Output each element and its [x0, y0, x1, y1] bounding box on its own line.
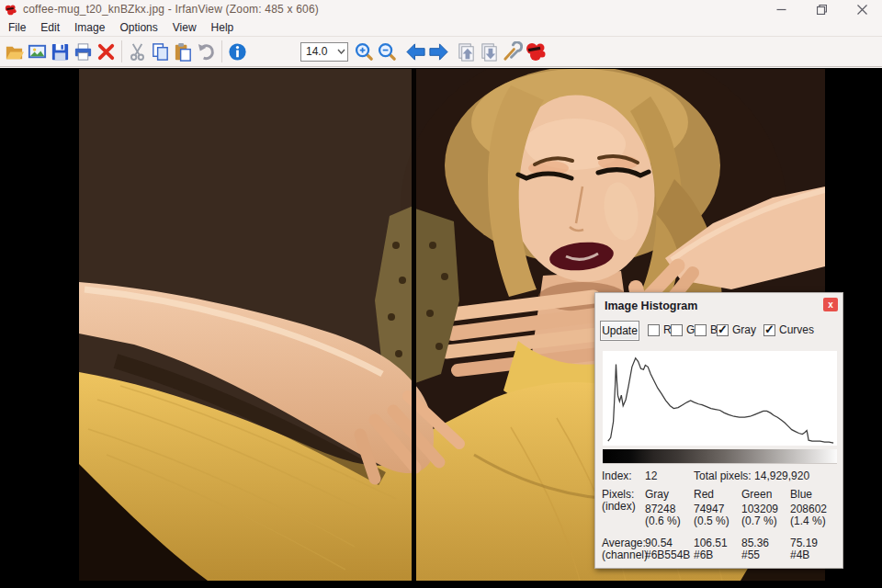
checkbox-gray[interactable]: Gray: [717, 323, 756, 336]
undo-arrow-icon: [196, 41, 217, 62]
dialog-titlebar[interactable]: Image Histogram x: [595, 293, 842, 319]
percent-green: (0.7 %): [741, 514, 777, 527]
chan-red: #6B: [694, 548, 713, 561]
next-image-button[interactable]: [427, 40, 450, 64]
page-down-button[interactable]: [478, 40, 501, 64]
zoom-out-icon: [377, 41, 398, 62]
zoom-combobox[interactable]: 14.0: [300, 42, 348, 62]
save-icon: [50, 41, 71, 62]
restore-button[interactable]: [801, 0, 842, 18]
stats-index-row: Index: 12 Total pixels: 14,929,920: [595, 469, 842, 481]
col-green: Green: [741, 488, 772, 501]
minimize-button[interactable]: [761, 0, 801, 18]
menu-bar: File Edit Image Options View Help: [0, 18, 882, 37]
copy-button[interactable]: [149, 40, 172, 64]
arrow-left-icon: [404, 41, 427, 62]
pixels-red: 74947: [694, 503, 724, 515]
checkbox-blue-box[interactable]: [695, 324, 707, 336]
checkbox-red[interactable]: R: [648, 323, 672, 336]
stats-average-row: Average: 90.54 106.51 85.36 75.19: [595, 537, 842, 548]
settings-button[interactable]: [501, 40, 524, 64]
zoom-in-button[interactable]: [353, 40, 376, 64]
checkbox-red-box[interactable]: [648, 324, 660, 336]
previous-image-button[interactable]: [404, 40, 427, 64]
page-up-button[interactable]: [455, 40, 478, 64]
info-button[interactable]: [226, 40, 249, 64]
menu-help[interactable]: Help: [204, 19, 242, 36]
arrow-right-icon: [427, 41, 450, 62]
viewer-canvas[interactable]: Image Histogram x Update R G B: [0, 68, 882, 588]
avg-blue: 75.19: [790, 537, 818, 549]
checkbox-green-box[interactable]: [671, 324, 683, 336]
undo-button[interactable]: [195, 40, 218, 64]
histogram-plot: [603, 351, 837, 446]
update-button[interactable]: Update: [600, 321, 639, 341]
chan-green: #55: [741, 548, 760, 561]
pixels-gray: 87248: [645, 503, 675, 515]
col-gray: Gray: [645, 488, 669, 501]
dialog-close-button[interactable]: x: [823, 298, 838, 311]
menu-image[interactable]: Image: [67, 19, 112, 36]
checkbox-blue[interactable]: B: [695, 323, 718, 336]
index-value: 12: [645, 469, 657, 482]
restore-icon: [817, 5, 827, 15]
cut-scissors-icon: [127, 41, 148, 62]
avg-gray: 90.54: [645, 537, 673, 549]
channel-label: (channel): [602, 548, 648, 561]
info-icon: [227, 41, 248, 62]
avg-green: 85.36: [741, 537, 769, 549]
checkbox-curves[interactable]: Curves: [763, 323, 814, 336]
print-button[interactable]: [72, 40, 95, 64]
irfanview-app-icon: [5, 4, 17, 16]
index-label: Index:: [602, 469, 632, 482]
histogram-controls: Update R G B Gray: [595, 319, 842, 343]
delete-x-icon: [96, 41, 117, 62]
irfanview-logo-button[interactable]: [524, 40, 547, 64]
cut-button[interactable]: [126, 40, 149, 64]
menu-edit[interactable]: Edit: [33, 19, 67, 36]
zoom-value: 14.0: [301, 45, 334, 58]
image-histogram-dialog: Image Histogram x Update R G B: [594, 292, 843, 569]
checkbox-curves-box[interactable]: [763, 324, 775, 336]
zoom-out-button[interactable]: [376, 40, 399, 64]
histogram-curve: [603, 351, 837, 446]
delete-button[interactable]: [95, 40, 118, 64]
checkbox-green[interactable]: G: [671, 323, 695, 336]
paste-button[interactable]: [172, 40, 195, 64]
stats-percents-row: (0.6 %) (0.5 %) (0.7 %) (1.4 %): [595, 514, 842, 526]
toolbar-separator: [121, 40, 122, 62]
col-red: Red: [694, 488, 714, 501]
stats-values-row: 87248 74947 103209 208602: [595, 503, 842, 514]
page-up-icon: [456, 41, 477, 62]
open-folder-icon: [4, 41, 25, 62]
pixels-blue: 208602: [790, 503, 827, 515]
percent-gray: (0.6 %): [645, 514, 681, 527]
close-icon: [857, 5, 867, 15]
paste-clipboard-icon: [173, 41, 194, 62]
slideshow-button[interactable]: [26, 40, 49, 64]
close-button[interactable]: [842, 0, 882, 18]
chevron-down-icon[interactable]: [334, 49, 347, 54]
percent-blue: (1.4 %): [790, 514, 826, 527]
pixels-green: 103209: [741, 503, 778, 515]
total-pixels: Total pixels: 14,929,920: [694, 469, 809, 482]
menu-view[interactable]: View: [165, 19, 204, 36]
stats-header-row: Pixels: Gray Red Green Blue: [595, 488, 842, 500]
percent-red: (0.5 %): [694, 514, 729, 527]
stats-channel-row: (channel) #6B554B #6B #55 #4B: [595, 548, 842, 560]
menu-file[interactable]: File: [1, 19, 33, 36]
pixels-label: Pixels:: [602, 488, 634, 501]
avg-red: 106.51: [694, 537, 728, 549]
menu-options[interactable]: Options: [112, 19, 164, 36]
open-button[interactable]: [3, 40, 26, 64]
dialog-title: Image Histogram: [605, 300, 697, 312]
save-button[interactable]: [49, 40, 72, 64]
window-titlebar[interactable]: coffee-mug_t20_knBZkx.jpg - IrfanView (Z…: [0, 0, 882, 18]
chan-blue: #4B: [790, 548, 809, 561]
page-down-icon: [479, 41, 500, 62]
zoom-in-icon: [354, 41, 375, 62]
average-label: Average:: [602, 537, 646, 549]
grayscale-gradient-bar: [603, 449, 837, 464]
checkbox-gray-box[interactable]: [717, 324, 729, 336]
toolbar: 14.0: [0, 37, 882, 67]
